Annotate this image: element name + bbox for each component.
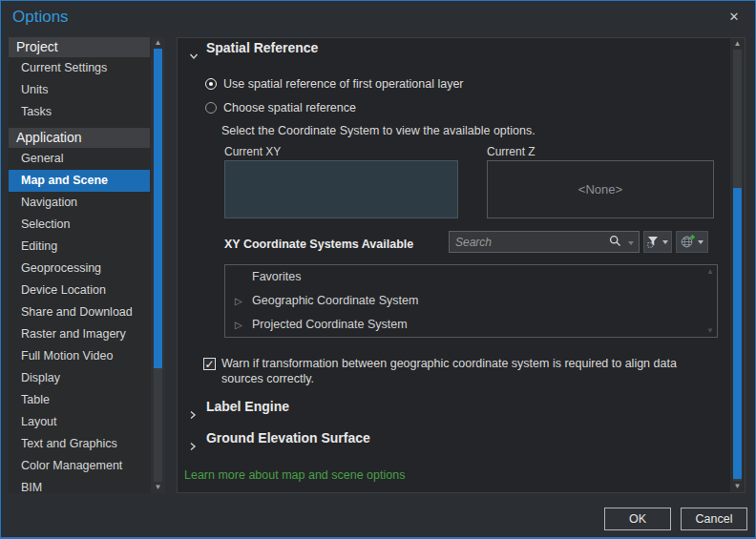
coordinate-system-row[interactable]: ▷ Projected Coordinate System [225, 313, 717, 337]
sidebar: Project Current Settings Units Tasks App… [9, 37, 165, 493]
globe-dropdown-arrow-icon [698, 240, 704, 244]
sidebar-item[interactable]: Layout [9, 411, 150, 433]
radio-unselected-icon [205, 102, 217, 114]
titlebar: Options ✕ [1, 1, 755, 35]
coordinate-system-row[interactable]: ▷ Favorites [225, 265, 717, 289]
current-z-display: <None> [487, 160, 714, 218]
main-panel: Spatial Reference Use spatial reference … [177, 37, 746, 493]
sidebar-item[interactable]: Text and Graphics [9, 433, 150, 455]
sidebar-item[interactable]: Full Motion Video [9, 345, 150, 367]
radio-first-operational-layer[interactable]: Use spatial reference of first operation… [205, 77, 464, 91]
sidebar-section-project: Project [9, 37, 150, 57]
sidebar-item[interactable]: Editing [9, 236, 150, 258]
scroll-down-icon[interactable]: ▼ [730, 481, 745, 492]
sidebar-item[interactable]: Current Settings [9, 57, 150, 79]
search-options-arrow-icon[interactable] [628, 241, 634, 245]
sidebar-item[interactable]: Selection [9, 214, 150, 236]
cancel-button[interactable]: Cancel [681, 508, 747, 530]
filter-dropdown-arrow-icon [662, 240, 668, 244]
sidebar-item[interactable]: Raster and Imagery [9, 323, 150, 345]
add-coordinate-system-button[interactable] [676, 231, 708, 253]
coordinate-systems-list: ▷ Favorites ▷ Geographic Coordinate Syst… [224, 264, 718, 338]
radio-choose-spatial-reference[interactable]: Choose spatial reference [205, 101, 356, 114]
scrollbar-thumb[interactable] [733, 188, 742, 479]
learn-more-link[interactable]: Learn more about map and scene options [184, 468, 405, 482]
current-z-label: Current Z [487, 145, 536, 158]
scroll-up-icon[interactable]: ▲ [730, 38, 745, 50]
sidebar-item[interactable]: BIM [9, 477, 150, 493]
sidebar-list: Project Current Settings Units Tasks App… [9, 37, 150, 493]
filter-button[interactable] [643, 231, 672, 253]
sidebar-item[interactable]: Share and Download [9, 301, 150, 323]
sidebar-scrollbar[interactable]: ▲ ▼ [151, 37, 165, 493]
sidebar-item[interactable]: Color Management [9, 455, 150, 477]
coordinate-system-note: Select the Coordinate System to view the… [221, 124, 536, 137]
search-input[interactable] [450, 232, 612, 252]
section-spatial-reference[interactable]: Spatial Reference [189, 48, 318, 63]
warn-transformation-option[interactable]: ✓ Warn if transformation between geograp… [203, 356, 719, 386]
sidebar-item[interactable]: Table [9, 389, 150, 411]
sidebar-item[interactable]: Navigation [9, 192, 150, 214]
close-icon[interactable]: ✕ [725, 9, 743, 26]
search-icon [609, 235, 621, 247]
chevron-right-icon [189, 442, 202, 451]
sidebar-item[interactable]: Units [9, 79, 150, 101]
search-box [449, 231, 640, 253]
list-scroll-up-icon[interactable]: ▲ [706, 267, 714, 276]
list-scroll-down-icon[interactable]: ▼ [706, 326, 714, 335]
scrollbar-thumb[interactable] [154, 49, 162, 368]
filter-icon [647, 236, 660, 248]
sidebar-item[interactable]: Device Location [9, 280, 150, 301]
sidebar-item[interactable]: Tasks [9, 101, 150, 123]
chevron-right-icon [189, 410, 202, 420]
sidebar-item[interactable]: Display [9, 367, 150, 389]
scroll-up-icon[interactable]: ▲ [151, 37, 165, 49]
sidebar-section-application: Application [9, 128, 150, 148]
expand-triangle-icon[interactable]: ▷ [235, 289, 242, 313]
warn-transformation-label: Warn if transformation between geographi… [221, 356, 719, 386]
chevron-down-icon [189, 52, 202, 60]
scroll-down-icon[interactable]: ▼ [151, 482, 165, 493]
main-scrollbar[interactable]: ▲ ▼ [730, 38, 745, 492]
expand-triangle-icon[interactable]: ▷ [235, 313, 242, 337]
xy-available-label: XY Coordinate Systems Available [224, 238, 413, 251]
options-dialog: Options ✕ Project Current Settings Units… [0, 0, 756, 539]
current-xy-display [224, 160, 458, 218]
radio-selected-icon [205, 78, 217, 90]
section-label-engine[interactable]: Label Engine [189, 407, 289, 423]
dialog-title: Options [12, 8, 69, 27]
current-xy-label: Current XY [224, 145, 281, 158]
map-and-scene-options: Spatial Reference Use spatial reference … [178, 38, 730, 492]
sidebar-item[interactable]: Geoprocessing [9, 258, 150, 280]
coordinate-system-row[interactable]: ▷ Geographic Coordinate System [225, 289, 717, 313]
ok-button[interactable]: OK [604, 508, 671, 530]
sidebar-item[interactable]: General [9, 148, 150, 170]
section-ground-elevation-surface[interactable]: Ground Elevation Surface [189, 439, 370, 454]
sidebar-item[interactable]: Map and Scene [9, 170, 150, 192]
globe-add-icon [681, 235, 695, 249]
checkbox-checked-icon[interactable]: ✓ [203, 358, 216, 370]
